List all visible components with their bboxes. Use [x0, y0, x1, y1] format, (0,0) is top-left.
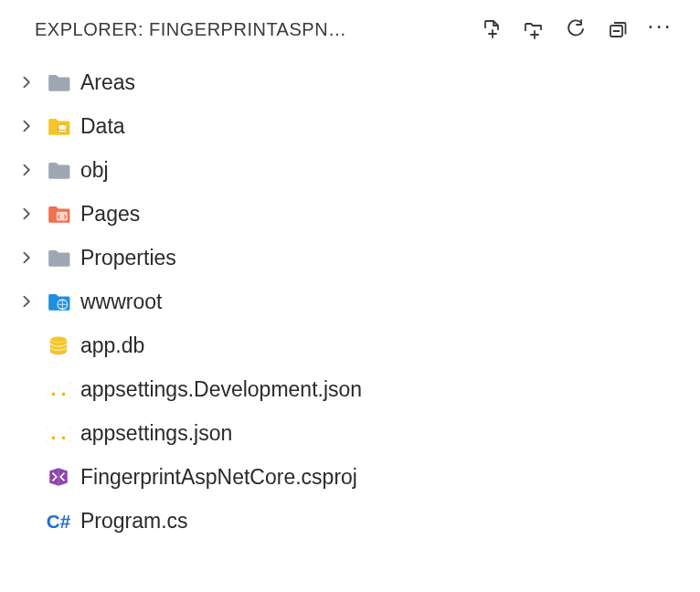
- collapse-all-button[interactable]: [605, 16, 631, 42]
- item-label: Data: [80, 114, 125, 139]
- json-icon: [46, 376, 71, 402]
- new-folder-button[interactable]: [521, 16, 546, 42]
- folder-row[interactable]: Areas: [0, 60, 700, 104]
- collapse-all-icon: [607, 18, 629, 40]
- new-file-button[interactable]: [479, 16, 504, 42]
- chevron-right-icon[interactable]: [18, 205, 37, 223]
- folder-row[interactable]: Data: [0, 104, 700, 148]
- item-label: FingerprintAspNetCore.csproj: [80, 465, 357, 490]
- new-folder-icon: [523, 18, 545, 40]
- folder-row[interactable]: wwwroot: [0, 280, 700, 323]
- folder-row[interactable]: Pages: [0, 192, 700, 236]
- item-label: Properties: [80, 246, 176, 270]
- refresh-icon: [565, 18, 587, 40]
- file-tree: AreasDataobjPagesPropertieswwwrootapp.db…: [0, 53, 700, 550]
- db-icon: [46, 333, 71, 358]
- chevron-right-icon[interactable]: [18, 161, 37, 179]
- refresh-button[interactable]: [563, 16, 589, 42]
- file-row[interactable]: app.db: [0, 323, 700, 367]
- chevron-right-icon[interactable]: [18, 248, 37, 267]
- file-row[interactable]: appsettings.Development.json: [0, 367, 700, 411]
- chevron-right-icon[interactable]: [18, 73, 37, 91]
- item-label: Areas: [80, 70, 135, 95]
- item-label: Program.cs: [80, 509, 188, 534]
- new-file-icon: [481, 18, 503, 40]
- csharp-icon: [46, 508, 71, 534]
- item-label: appsettings.Development.json: [80, 377, 362, 402]
- folder-row[interactable]: Properties: [0, 236, 700, 280]
- folder-gray-icon: [46, 69, 71, 95]
- item-label: appsettings.json: [80, 421, 232, 446]
- header-actions: ···: [479, 16, 673, 42]
- json-icon: [46, 420, 71, 446]
- csproj-icon: [46, 464, 71, 490]
- explorer-title: EXPLORER: FINGERPRINTASPN…: [35, 19, 472, 40]
- item-label: obj: [80, 158, 109, 183]
- explorer-header: EXPLORER: FINGERPRINTASPN… ···: [0, 5, 700, 53]
- folder-pages-icon: [46, 201, 71, 227]
- item-label: wwwroot: [80, 290, 162, 314]
- folder-data-icon: [46, 113, 71, 139]
- file-row[interactable]: FingerprintAspNetCore.csproj: [0, 455, 700, 499]
- chevron-right-icon[interactable]: [18, 117, 37, 135]
- folder-gray-icon: [46, 245, 71, 270]
- chevron-right-icon[interactable]: [18, 292, 37, 311]
- file-row[interactable]: Program.cs: [0, 499, 700, 543]
- item-label: app.db: [80, 333, 144, 358]
- file-row[interactable]: appsettings.json: [0, 411, 700, 455]
- folder-gray-icon: [46, 157, 71, 183]
- item-label: Pages: [80, 202, 140, 227]
- more-actions-button[interactable]: ···: [647, 16, 673, 42]
- folder-wwwroot-icon: [46, 289, 71, 314]
- ellipsis-icon: ···: [647, 14, 673, 37]
- folder-row[interactable]: obj: [0, 148, 700, 192]
